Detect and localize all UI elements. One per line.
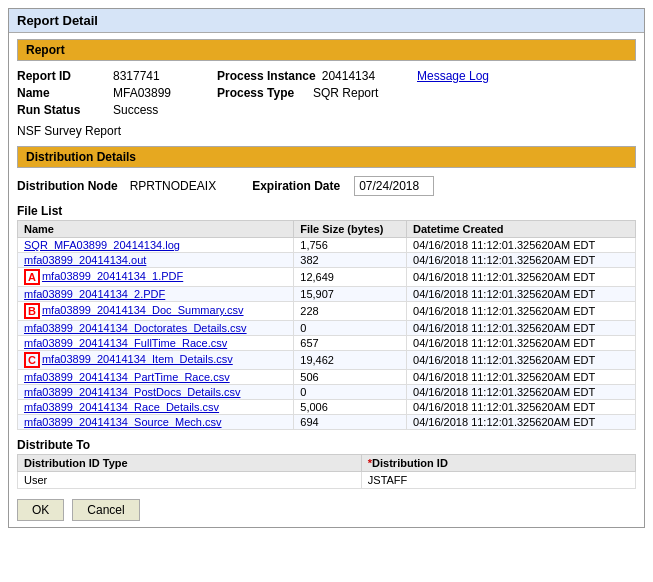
report-id-col: Report ID 8317741 — [17, 69, 217, 83]
distribution-node-row: Distribution Node RPRTNODEAIX Expiration… — [9, 172, 644, 200]
ok-button[interactable]: OK — [17, 499, 64, 521]
file-table-header-row: Name File Size (bytes) Datetime Created — [18, 221, 636, 238]
file-datetime-cell: 04/16/2018 11:12:01.325620AM EDT — [407, 400, 636, 415]
table-row: mfa03899_20414134_PartTime_Race.csv 506 … — [18, 370, 636, 385]
col-name: Name — [18, 221, 294, 238]
col-dist-id: *Distribution ID — [361, 455, 635, 472]
file-size-cell: 657 — [294, 336, 407, 351]
row-side-label: A — [24, 269, 40, 285]
file-link[interactable]: mfa03899_20414134_PostDocs_Details.csv — [24, 386, 240, 398]
report-id-value: 8317741 — [113, 69, 160, 83]
file-size-cell: 506 — [294, 370, 407, 385]
file-datetime-cell: 04/16/2018 11:12:01.325620AM EDT — [407, 415, 636, 430]
dist-table-row: User JSTAFF — [18, 472, 636, 489]
report-id-label: Report ID — [17, 69, 107, 83]
file-size-cell: 0 — [294, 385, 407, 400]
process-instance-label: Process Instance — [217, 69, 316, 83]
file-size-cell: 1,756 — [294, 238, 407, 253]
file-name-cell: mfa03899_20414134_Race_Details.csv — [18, 400, 294, 415]
nsf-survey-text: NSF Survey Report — [9, 120, 644, 140]
table-row: mfa03899_20414134_Race_Details.csv 5,006… — [18, 400, 636, 415]
file-size-cell: 19,462 — [294, 351, 407, 370]
distribution-details-header: Distribution Details — [17, 146, 636, 168]
process-instance-value: 20414134 — [322, 69, 375, 83]
file-link[interactable]: mfa03899_20414134_Source_Mech.csv — [24, 416, 222, 428]
process-instance-col: Process Instance 20414134 — [217, 69, 417, 83]
file-datetime-cell: 04/16/2018 11:12:01.325620AM EDT — [407, 287, 636, 302]
col-size: File Size (bytes) — [294, 221, 407, 238]
buttons-row: OK Cancel — [9, 493, 644, 527]
file-link[interactable]: mfa03899_20414134.out — [24, 254, 146, 266]
file-link[interactable]: mfa03899_20414134_Race_Details.csv — [24, 401, 219, 413]
table-row: mfa03899_20414134_Source_Mech.csv 694 04… — [18, 415, 636, 430]
name-col: Name MFA03899 — [17, 86, 217, 100]
file-table: Name File Size (bytes) Datetime Created … — [17, 220, 636, 430]
file-name-cell: mfa03899_20414134.out — [18, 253, 294, 268]
file-size-cell: 12,649 — [294, 268, 407, 287]
report-section-header: Report — [17, 39, 636, 61]
file-name-cell: mfa03899_20414134_PostDocs_Details.csv — [18, 385, 294, 400]
name-value: MFA03899 — [113, 86, 171, 100]
file-name-cell: Bmfa03899_20414134_Doc_Summary.csv — [18, 302, 294, 321]
file-list-title: File List — [17, 204, 636, 218]
file-link[interactable]: mfa03899_20414134_FullTime_Race.csv — [24, 337, 227, 349]
table-row: mfa03899_20414134_FullTime_Race.csv 657 … — [18, 336, 636, 351]
report-info: Report ID 8317741 Process Instance 20414… — [9, 65, 644, 117]
row-side-label: C — [24, 352, 40, 368]
table-row: Bmfa03899_20414134_Doc_Summary.csv 228 0… — [18, 302, 636, 321]
table-row: Cmfa03899_20414134_Item_Details.csv 19,4… — [18, 351, 636, 370]
file-size-cell: 0 — [294, 321, 407, 336]
file-datetime-cell: 04/16/2018 11:12:01.325620AM EDT — [407, 336, 636, 351]
name-label: Name — [17, 86, 107, 100]
file-size-cell: 382 — [294, 253, 407, 268]
file-link[interactable]: mfa03899_20414134_2.PDF — [24, 288, 165, 300]
file-size-cell: 228 — [294, 302, 407, 321]
table-row: mfa03899_20414134_Doctorates_Details.csv… — [18, 321, 636, 336]
file-size-cell: 5,006 — [294, 400, 407, 415]
distribute-to-table: Distribution ID Type *Distribution ID Us… — [17, 454, 636, 489]
file-name-cell: mfa03899_20414134_2.PDF — [18, 287, 294, 302]
table-row: Amfa03899_20414134_1.PDF 12,649 04/16/20… — [18, 268, 636, 287]
file-size-cell: 15,907 — [294, 287, 407, 302]
page-title: Report Detail — [9, 9, 644, 33]
file-datetime-cell: 04/16/2018 11:12:01.325620AM EDT — [407, 321, 636, 336]
file-name-cell: Amfa03899_20414134_1.PDF — [18, 268, 294, 287]
process-type-label: Process Type — [217, 86, 307, 100]
row-side-label: B — [24, 303, 40, 319]
file-datetime-cell: 04/16/2018 11:12:01.325620AM EDT — [407, 253, 636, 268]
file-name-cell: SQR_MFA03899_20414134.log — [18, 238, 294, 253]
dist-node-label: Distribution Node — [17, 179, 118, 193]
file-link[interactable]: SQR_MFA03899_20414134.log — [24, 239, 180, 251]
dist-id-type-cell: User — [18, 472, 362, 489]
file-link[interactable]: mfa03899_20414134_PartTime_Race.csv — [24, 371, 230, 383]
table-row: mfa03899_20414134_2.PDF 15,907 04/16/201… — [18, 287, 636, 302]
run-status-row: Run Status Success — [17, 103, 636, 117]
file-link[interactable]: mfa03899_20414134_Doctorates_Details.csv — [24, 322, 247, 334]
file-link[interactable]: mfa03899_20414134_Doc_Summary.csv — [42, 304, 244, 316]
file-name-cell: mfa03899_20414134_PartTime_Race.csv — [18, 370, 294, 385]
run-status-value: Success — [113, 103, 158, 117]
report-id-row: Report ID 8317741 Process Instance 20414… — [17, 69, 636, 83]
dist-table-header-row: Distribution ID Type *Distribution ID — [18, 455, 636, 472]
file-datetime-cell: 04/16/2018 11:12:01.325620AM EDT — [407, 385, 636, 400]
expiration-date-label: Expiration Date — [252, 179, 342, 193]
file-name-cell: mfa03899_20414134_FullTime_Race.csv — [18, 336, 294, 351]
file-datetime-cell: 04/16/2018 11:12:01.325620AM EDT — [407, 370, 636, 385]
required-star: * — [368, 457, 372, 469]
file-link[interactable]: mfa03899_20414134_Item_Details.csv — [42, 353, 233, 365]
file-name-cell: mfa03899_20414134_Source_Mech.csv — [18, 415, 294, 430]
process-type-col: Process Type SQR Report — [217, 86, 417, 100]
file-datetime-cell: 04/16/2018 11:12:01.325620AM EDT — [407, 238, 636, 253]
file-datetime-cell: 04/16/2018 11:12:01.325620AM EDT — [407, 351, 636, 370]
dist-node-value: RPRTNODEAIX — [130, 179, 216, 193]
table-row: mfa03899_20414134_PostDocs_Details.csv 0… — [18, 385, 636, 400]
cancel-button[interactable]: Cancel — [72, 499, 139, 521]
name-row: Name MFA03899 Process Type SQR Report — [17, 86, 636, 100]
file-link[interactable]: mfa03899_20414134_1.PDF — [42, 270, 183, 282]
report-detail-container: Report Detail Report Report ID 8317741 P… — [8, 8, 645, 528]
message-log-link[interactable]: Message Log — [417, 69, 489, 83]
file-size-cell: 694 — [294, 415, 407, 430]
table-row: mfa03899_20414134.out 382 04/16/2018 11:… — [18, 253, 636, 268]
distribute-to-title: Distribute To — [17, 438, 636, 452]
expiration-date-input[interactable] — [354, 176, 434, 196]
